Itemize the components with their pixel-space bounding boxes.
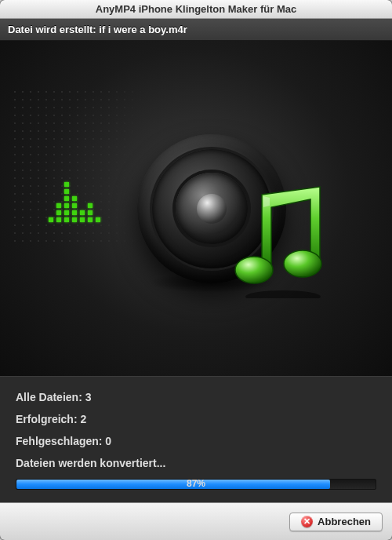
- all-files-value: 3: [85, 391, 92, 403]
- cancel-button-label: Abbrechen: [318, 516, 371, 527]
- status-bar: Datei wird erstellt: if i were a boy.m4r: [0, 19, 392, 41]
- music-note-icon: [232, 181, 334, 298]
- failed-label: Fehlgeschlagen:: [16, 435, 102, 447]
- info-panel: Alle Dateien: 3 Erfolgreich: 2 Fehlgesch…: [0, 376, 392, 502]
- row-failed: Fehlgeschlagen: 0: [16, 435, 376, 447]
- all-files-label: Alle Dateien:: [16, 391, 82, 403]
- svg-point-1: [235, 257, 273, 283]
- cancel-x-icon: ✕: [301, 516, 313, 527]
- row-converting: Dateien werden konvertiert...: [16, 457, 376, 469]
- progress-percent-label: 87%: [16, 478, 376, 489]
- svg-point-0: [245, 290, 321, 298]
- row-all-files: Alle Dateien: 3: [16, 391, 376, 403]
- window-title: AnyMP4 iPhone Klingelton Maker für Mac: [96, 3, 296, 15]
- success-label: Erfolgreich:: [16, 413, 78, 425]
- cancel-button[interactable]: ✕ Abbrechen: [289, 513, 383, 531]
- status-prefix: Datei wird erstellt:: [8, 24, 99, 35]
- artwork-area: [0, 41, 392, 376]
- footer-bar: ✕ Abbrechen: [0, 502, 392, 540]
- row-success: Erfolgreich: 2: [16, 413, 376, 425]
- status-filename: if i were a boy.m4r: [99, 24, 187, 35]
- svg-point-2: [284, 250, 321, 277]
- app-window: AnyMP4 iPhone Klingelton Maker für Mac D…: [0, 0, 392, 540]
- success-value: 2: [80, 413, 86, 425]
- equalizer-icon: [49, 182, 100, 222]
- failed-value: 0: [105, 435, 111, 447]
- progress-bar: 87%: [16, 479, 376, 490]
- window-titlebar[interactable]: AnyMP4 iPhone Klingelton Maker für Mac: [0, 0, 392, 19]
- converting-label: Dateien werden konvertiert...: [16, 457, 165, 469]
